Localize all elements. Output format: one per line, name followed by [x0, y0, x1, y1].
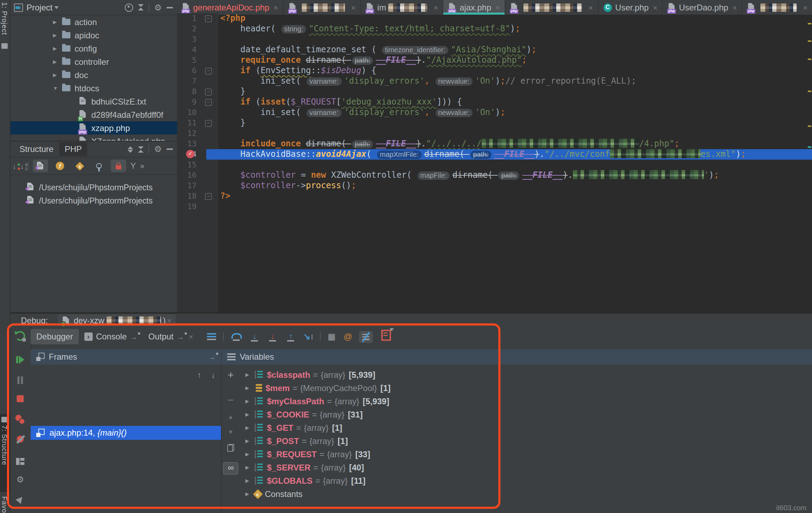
stop-button[interactable]	[15, 393, 26, 404]
fold-marker[interactable]	[205, 99, 212, 106]
resume-button[interactable]	[15, 354, 26, 365]
settings-button[interactable]: ⚙	[15, 474, 26, 485]
chevron-right-icon[interactable]: ▶	[53, 59, 60, 64]
editor-tab[interactable]: phpajax.php×	[444, 0, 506, 15]
frame-row[interactable]: ajax.php:14, {main}()	[31, 426, 221, 440]
chevron-right-icon[interactable]: ▶	[245, 438, 252, 444]
close-icon[interactable]: ×	[733, 3, 737, 12]
locate-file-icon[interactable]	[125, 3, 133, 12]
chevron-right-icon[interactable]: ▶	[53, 72, 60, 78]
chevron-right-icon[interactable]: ▶	[245, 425, 252, 430]
variable-row[interactable]: ▶cConstants	[240, 487, 812, 500]
variable-row[interactable]: ▶123$_POST={array}[1]	[240, 434, 812, 447]
chevron-right-icon[interactable]: ▶	[53, 32, 60, 38]
variable-row[interactable]: ▶123$myClassPath={array}[5,939]	[240, 395, 812, 408]
tree-row-xzapp.php[interactable]: phpxzapp.php	[10, 121, 177, 135]
pin-tab-icon[interactable]: →	[208, 353, 215, 361]
show-values-inline-button[interactable]	[359, 331, 373, 343]
sort-alpha-icon[interactable]: ↓az	[20, 162, 24, 170]
fold-marker[interactable]	[205, 193, 212, 200]
structure-item[interactable]: /Users/chujilu/PhpstormProjects	[10, 181, 177, 194]
close-icon[interactable]: ×	[189, 332, 193, 341]
tree-row-config[interactable]: ▶config	[10, 42, 177, 55]
hide-panel-icon[interactable]	[167, 148, 173, 150]
frame-down-icon[interactable]: ↓	[211, 370, 215, 380]
sort-visibility-icon[interactable]: ↓■■	[13, 162, 16, 170]
tab-structure[interactable]: Structure	[14, 142, 59, 156]
force-step-into-button[interactable]: ↓	[267, 332, 278, 341]
close-icon[interactable]: ×	[588, 3, 593, 12]
variable-row[interactable]: ▶123$_SERVER={array}[40]	[240, 461, 812, 474]
restore-layout-button[interactable]	[15, 456, 26, 467]
editor-tab[interactable]: phpUserDao.php×	[663, 0, 742, 15]
debug-session-tab[interactable]: dev-xzw ) ×	[58, 314, 176, 327]
close-icon[interactable]: ×	[351, 3, 356, 12]
restore-layout-icon[interactable]	[381, 330, 391, 344]
watch-return-values-button[interactable]: ∞	[222, 462, 240, 475]
pause-button[interactable]	[15, 375, 26, 386]
show-includes-button[interactable]	[33, 160, 48, 172]
pin-icon[interactable]	[15, 493, 26, 505]
tab-php[interactable]: PHP	[59, 142, 87, 156]
show-functions-button[interactable]: f	[52, 160, 68, 172]
toolwindow-button-project[interactable]: 1: Project	[1, 2, 8, 38]
tree-row-bdhuiCSlzE.txt[interactable]: bdhuiCSlzE.txt	[10, 95, 177, 108]
chevron-right-icon[interactable]: ▶	[245, 372, 252, 377]
new-watch-button[interactable]: @	[344, 332, 352, 342]
editor-tab[interactable]: phpim×	[361, 0, 444, 15]
chevron-right-icon[interactable]: ▶	[53, 19, 60, 25]
toolwindow-button-structure[interactable]: 7: Structure	[0, 414, 10, 492]
fold-marker[interactable]	[205, 15, 212, 22]
fold-marker[interactable]	[205, 89, 212, 95]
step-out-button[interactable]: ↑	[285, 332, 296, 341]
chevron-right-icon[interactable]: ▶	[245, 385, 252, 391]
chevron-down-icon[interactable]: ▼	[53, 86, 60, 91]
chevron-right-icon[interactable]: ▶	[53, 46, 60, 51]
hide-panel-icon[interactable]	[167, 7, 173, 8]
move-up-icon[interactable]: ▲	[222, 412, 240, 422]
chevron-right-icon[interactable]: ▶	[245, 451, 252, 457]
close-icon[interactable]: ×	[167, 316, 171, 325]
editor-tab[interactable]: php×	[284, 0, 361, 15]
gear-icon[interactable]: ⚙	[154, 145, 162, 153]
show-fields-button[interactable]	[91, 160, 107, 172]
chevron-right-icon[interactable]: ▶	[245, 478, 252, 483]
duplicate-icon[interactable]	[222, 444, 240, 454]
show-constants-button[interactable]: c	[72, 160, 87, 172]
tab-output[interactable]: Output → ×	[143, 329, 199, 344]
mute-breakpoints-button[interactable]	[15, 434, 26, 445]
tree-row-d289f4ada7ebfdff0f[interactable]: Hd289f4ada7ebfdff0f	[10, 108, 177, 121]
chevron-right-icon[interactable]: ▶	[245, 465, 252, 470]
editor-tab[interactable]: phpgenerateApiDoc.php×	[177, 0, 284, 15]
variable-row[interactable]: ▶123$_GET={array}[1]	[240, 421, 812, 434]
frame-up-icon[interactable]: ↑	[197, 370, 201, 380]
variable-row[interactable]: ▶123$_COOKIE={array}[31]	[240, 408, 812, 421]
close-icon[interactable]: ×	[496, 3, 500, 12]
code-editor[interactable]: <?php header( string:"Content-Type: text…	[177, 13, 812, 312]
close-icon[interactable]: ×	[274, 3, 278, 12]
pin-tab-icon[interactable]: →	[130, 333, 137, 340]
error-stripe[interactable]	[806, 15, 812, 312]
pin-tab-icon[interactable]: →	[177, 333, 184, 340]
run-to-cursor-button[interactable]: ↘I	[303, 332, 313, 342]
editor-tab[interactable]: php×	[505, 0, 598, 15]
tree-row-action[interactable]: ▶action	[10, 15, 177, 29]
fold-marker[interactable]	[205, 68, 212, 75]
chevron-right-icon[interactable]: ▶	[245, 412, 252, 417]
structure-item[interactable]: /Users/chujilu/PhpstormProjects	[10, 194, 177, 207]
settings-menu-icon[interactable]	[207, 333, 216, 340]
tab-debugger[interactable]: Debugger	[31, 329, 78, 344]
step-over-button[interactable]	[231, 333, 242, 340]
chevron-right-icon[interactable]: ▶	[245, 398, 252, 404]
view-breakpoints-button[interactable]	[15, 414, 26, 425]
show-private-button[interactable]	[111, 160, 126, 172]
close-icon[interactable]: ×	[653, 3, 657, 12]
filter-icon[interactable]: Y	[130, 161, 136, 171]
collapse-all-icon[interactable]	[138, 146, 144, 152]
step-into-button[interactable]: ↓	[249, 332, 260, 341]
chevron-right-icon[interactable]: ▶	[245, 491, 252, 497]
expand-all-icon[interactable]	[128, 146, 133, 152]
rerun-button[interactable]	[15, 330, 26, 342]
editor-tab[interactable]: CUser.php×	[598, 0, 663, 15]
editor-tab[interactable]: php×	[743, 0, 812, 15]
